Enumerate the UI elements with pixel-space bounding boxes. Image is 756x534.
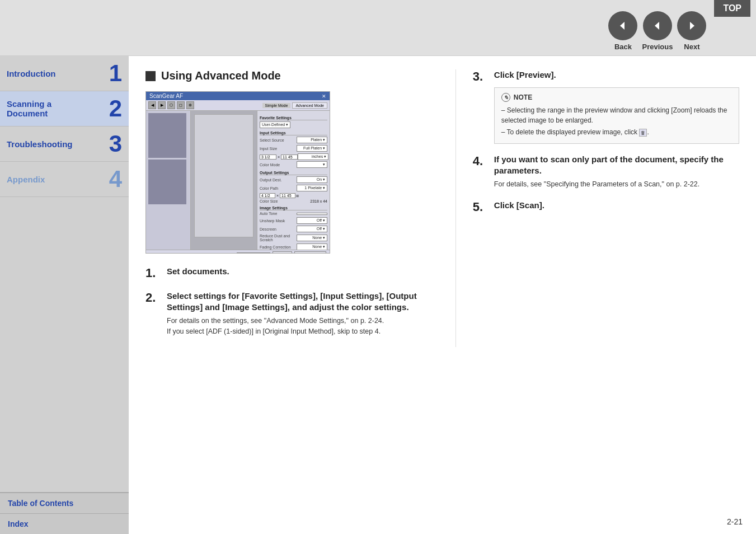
next-circle bbox=[677, 11, 706, 40]
sp-autotone-row: Auto Tone bbox=[260, 212, 327, 216]
sidebar-index[interactable]: Index bbox=[0, 513, 129, 534]
step-3-body: ✎ NOTE – Selecting the range in the prev… bbox=[473, 87, 739, 144]
scanner-titlebar: ScanGear AF ✕ bbox=[146, 92, 330, 100]
sidebar-item-troubleshooting[interactable]: Troubleshooting 3 bbox=[0, 127, 129, 162]
note-icon: ✎ bbox=[501, 93, 510, 102]
sp-colmode-dropdown[interactable]: ▾ bbox=[297, 161, 327, 168]
sp-res-input2[interactable] bbox=[281, 154, 298, 160]
step-1-header: 1. Set documents. bbox=[145, 266, 439, 280]
svg-marker-1 bbox=[655, 22, 659, 30]
scanner-preferences-btn[interactable]: Preferences bbox=[294, 251, 326, 254]
sp-colmode-row: Color Mode ▾ bbox=[260, 161, 327, 168]
scanner-reset-btn[interactable]: Reset bbox=[273, 251, 292, 254]
note-title: NOTE bbox=[514, 92, 532, 102]
step-4-num: 4. bbox=[473, 154, 494, 168]
svg-marker-2 bbox=[690, 22, 694, 30]
previous-circle bbox=[643, 11, 672, 40]
sidebar-item-scanning[interactable]: Scanning aDocument 2 bbox=[0, 91, 129, 127]
sp-input-section: Input Settings bbox=[260, 131, 327, 135]
toolbar-btn-5[interactable]: ⊕ bbox=[186, 101, 194, 109]
scanner-custom-dropdown[interactable]: Custom ▾ bbox=[237, 252, 270, 254]
section-title-icon bbox=[145, 71, 156, 81]
sp-fading-row: Fading Correction None ▾ bbox=[260, 243, 327, 250]
page-number: 2-21 bbox=[727, 517, 743, 526]
sp-favorite-dropdown[interactable]: User-Defined ▾ bbox=[260, 121, 290, 128]
sp-res-unit[interactable]: inches ▾ bbox=[298, 153, 328, 160]
sidebar-item-appendix[interactable]: Appendix 4 bbox=[0, 162, 129, 197]
step-1: 1. Set documents. bbox=[145, 266, 439, 280]
section-title: Using Advanced Mode bbox=[145, 69, 439, 82]
delete-icon: 🗑 bbox=[639, 129, 647, 137]
back-label: Back bbox=[614, 43, 632, 51]
sp-reduce-row: Reduce Dust and Scratch None ▾ bbox=[260, 234, 327, 242]
top-label[interactable]: TOP bbox=[714, 0, 750, 17]
next-button[interactable]: Next bbox=[677, 11, 706, 51]
sidebar-number-appendix: 4 bbox=[109, 167, 122, 191]
sp-descreen-dropdown[interactable]: Off ▾ bbox=[297, 226, 327, 232]
sp-outdest-dropdown[interactable]: On ▾ bbox=[297, 176, 327, 183]
step-2-num: 2. bbox=[145, 291, 167, 305]
sp-image-section: Image Settings bbox=[260, 206, 327, 210]
sidebar: Introduction 1 Scanning aDocument 2 Trou… bbox=[0, 56, 129, 534]
sp-outdest-row: Output Dest. On ▾ bbox=[260, 176, 327, 183]
sidebar-number-introduction: 1 bbox=[109, 62, 122, 85]
sp-colsize-row: × ⊞ bbox=[260, 193, 327, 198]
step-4-body: For details, see "Specifying the Paramet… bbox=[473, 179, 739, 190]
step-2-body-p1: For details on the settings, see "Advanc… bbox=[167, 316, 439, 326]
sp-unsharp-dropdown[interactable]: Off ▾ bbox=[297, 217, 327, 224]
note-header: ✎ NOTE bbox=[501, 92, 732, 102]
top-bar: Back Previous Next TOP bbox=[0, 0, 756, 56]
main-content: Using Advanced Mode ScanGear AF ✕ ◀ ▶ ⬡ … bbox=[129, 56, 756, 534]
sp-inputsize-dropdown[interactable]: Full Platen ▾ bbox=[297, 145, 327, 152]
scanner-screenshot: ScanGear AF ✕ ◀ ▶ ⬡ ◻ ⊕ Simple Mode Adva… bbox=[145, 91, 330, 254]
note-line-1: – Selecting the range in the preview win… bbox=[501, 105, 732, 125]
scanner-title-text: ScanGear AF bbox=[149, 93, 183, 99]
next-label: Next bbox=[684, 43, 699, 51]
tab-advanced[interactable]: Advanced Mode bbox=[292, 102, 327, 109]
sp-unsharp-row: Unsharp Mask Off ▾ bbox=[260, 217, 327, 224]
scanner-left-panel bbox=[146, 111, 191, 250]
toolbar-btn-1[interactable]: ◀ bbox=[148, 101, 156, 109]
step-4-text: If you want to scan only part of the doc… bbox=[494, 154, 739, 176]
step-3-text: Click [Preview]. bbox=[494, 69, 556, 81]
sidebar-item-introduction[interactable]: Introduction 1 bbox=[0, 56, 129, 91]
toolbar-btn-2[interactable]: ▶ bbox=[158, 101, 166, 109]
step-2-header: 2. Select settings for [Favorite Setting… bbox=[145, 291, 439, 312]
scanner-right-panel: Favorite Settings User-Defined ▾ Input S… bbox=[257, 111, 330, 250]
sidebar-label-scanning: Scanning aDocument bbox=[7, 99, 51, 118]
back-button[interactable]: Back bbox=[608, 11, 637, 51]
sp-colsize-w[interactable] bbox=[260, 193, 275, 198]
sp-autotone-dropdown[interactable] bbox=[297, 213, 327, 215]
step-2-text: Select settings for [Favorite Settings],… bbox=[167, 291, 439, 312]
sidebar-toc[interactable]: Table of Contents bbox=[0, 492, 129, 513]
sidebar-label-troubleshooting: Troubleshooting bbox=[7, 139, 73, 149]
previous-button[interactable]: Previous bbox=[642, 11, 673, 51]
sp-res-input[interactable] bbox=[260, 154, 276, 160]
note-box: ✎ NOTE – Selecting the range in the prev… bbox=[494, 87, 739, 144]
tab-simple[interactable]: Simple Mode bbox=[262, 103, 291, 108]
sidebar-number-troubleshooting: 3 bbox=[109, 132, 122, 156]
sp-source-dropdown[interactable]: Platen ▾ bbox=[297, 137, 327, 143]
toolbar-btn-4[interactable]: ◻ bbox=[177, 101, 185, 109]
sp-colorpath-dropdown[interactable]: 1 Pixelate ▾ bbox=[297, 185, 327, 191]
step-2-body: For details on the settings, see "Advanc… bbox=[145, 316, 439, 337]
step-5-text: Click [Scan]. bbox=[494, 200, 544, 211]
note-line-2: – To delete the displayed preview image,… bbox=[501, 127, 732, 137]
sp-favorite-row: User-Defined ▾ bbox=[260, 121, 327, 128]
toolbar-btn-3[interactable]: ⬡ bbox=[167, 101, 175, 109]
sp-colsize-h[interactable] bbox=[280, 193, 295, 198]
step-5-header: 5. Click [Scan]. bbox=[473, 200, 739, 214]
step-1-text: Set documents. bbox=[167, 266, 229, 277]
scanner-thumb-2 bbox=[148, 160, 186, 204]
sp-fading-dropdown[interactable]: None ▾ bbox=[297, 243, 327, 250]
step-5-num: 5. bbox=[473, 200, 494, 214]
scanner-main: Favorite Settings User-Defined ▾ Input S… bbox=[146, 111, 330, 250]
sp-reduce-dropdown[interactable]: None ▾ bbox=[297, 235, 327, 241]
step-2: 2. Select settings for [Favorite Setting… bbox=[145, 291, 439, 337]
sp-inputsize-row: Input Size Full Platen ▾ bbox=[260, 145, 327, 152]
scanner-thumb bbox=[148, 113, 186, 158]
sp-res-row: × inches ▾ bbox=[260, 153, 327, 160]
step-3-num: 3. bbox=[473, 69, 494, 84]
col-right: 3. Click [Preview]. ✎ NOTE – Selecting t… bbox=[473, 69, 739, 347]
sp-favorite-section: Favorite Settings bbox=[260, 116, 327, 120]
